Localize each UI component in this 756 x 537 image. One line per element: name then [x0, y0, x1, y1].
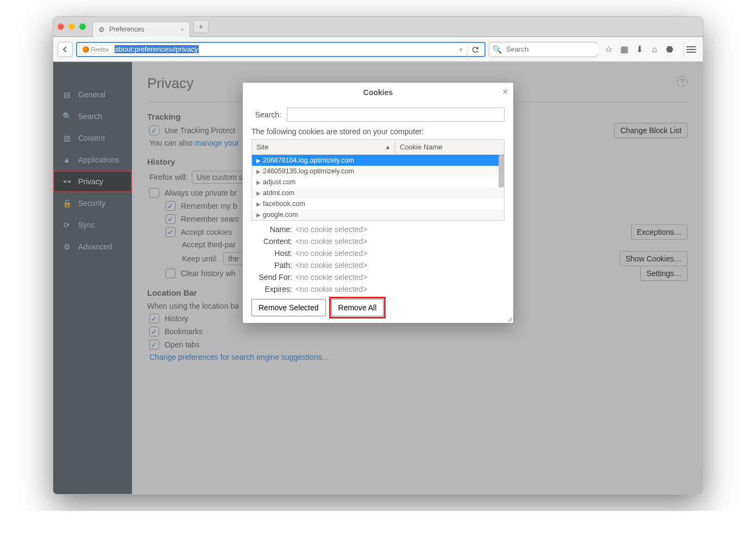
- url-bar[interactable]: Firefox about:preferences#privacy ▾: [76, 42, 486, 57]
- home-icon[interactable]: ⌂: [650, 45, 659, 54]
- site-domain: facebook.com: [263, 200, 305, 208]
- zoom-window[interactable]: [79, 23, 86, 30]
- stored-text: The following cookies are stored on your…: [251, 127, 505, 136]
- toolbar: Firefox about:preferences#privacy ▾ 🔍 ☆ …: [53, 37, 703, 62]
- detail-content-val: <no cookie selected>: [295, 237, 367, 246]
- resize-grip[interactable]: [506, 315, 512, 322]
- identity-label: Firefox: [91, 46, 109, 53]
- close-window[interactable]: [58, 23, 64, 30]
- detail-content-key: Content:: [251, 237, 292, 246]
- cookie-table-head: Site▲ Cookie Name: [252, 140, 504, 155]
- url-dropdown-icon[interactable]: ▾: [457, 45, 465, 54]
- new-tab-button[interactable]: +: [193, 20, 209, 33]
- col-site-header[interactable]: Site▲: [252, 140, 395, 154]
- window-controls: [58, 23, 86, 30]
- detail-expires-key: Expires:: [251, 285, 292, 294]
- titlebar: ⚙ Preferences × +: [53, 17, 703, 37]
- browser-window: ⚙ Preferences × + Firefox about:preferen…: [53, 16, 703, 495]
- back-button[interactable]: [58, 42, 73, 57]
- detail-host-key: Host:: [251, 249, 292, 258]
- site-domain: atdmt.com: [263, 189, 294, 197]
- reload-button[interactable]: [467, 42, 482, 57]
- close-tab-icon[interactable]: ×: [181, 26, 184, 33]
- cookie-table-body[interactable]: ▶206878104.log.optimizely.com▶246059135.…: [252, 155, 504, 220]
- detail-name-key: Name:: [251, 225, 292, 234]
- site-domain: 246059135.log.optimizely.com: [263, 167, 354, 175]
- cookie-search-input[interactable]: [287, 108, 505, 122]
- expand-icon: ▶: [256, 158, 263, 164]
- detail-sendfor-key: Send For:: [251, 273, 292, 282]
- detail-name-val: <no cookie selected>: [295, 225, 367, 234]
- detail-expires-val: <no cookie selected>: [295, 285, 367, 294]
- url-text: about:preferences#privacy: [115, 45, 199, 53]
- detail-sendfor-val: <no cookie selected>: [295, 273, 367, 282]
- remove-selected-button[interactable]: Remove Selected: [251, 299, 326, 316]
- expand-icon: ▶: [256, 190, 263, 196]
- search-input[interactable]: [505, 45, 598, 54]
- cookie-site-row[interactable]: ▶atdmt.com: [252, 188, 504, 198]
- expand-icon: ▶: [256, 212, 263, 218]
- site-domain: 206878104.log.optimizely.com: [263, 157, 354, 164]
- search-label: Search:: [251, 110, 281, 119]
- dialog-title: Cookies ×: [243, 83, 513, 102]
- cookie-site-row[interactable]: ▶google.com: [252, 209, 504, 220]
- site-domain: adjust.com: [263, 178, 295, 186]
- tab-title: Preferences: [109, 26, 144, 33]
- cookie-site-row[interactable]: ▶facebook.com: [252, 198, 504, 209]
- pocket-icon[interactable]: ⬣: [665, 44, 675, 54]
- cookie-table: Site▲ Cookie Name ▶206878104.log.optimiz…: [251, 139, 505, 221]
- minimize-window[interactable]: [68, 23, 75, 30]
- download-icon[interactable]: ⬇: [634, 44, 644, 54]
- clipboard-icon[interactable]: ▦: [619, 44, 629, 54]
- cookie-site-row[interactable]: ▶206878104.log.optimizely.com: [252, 155, 504, 166]
- cookie-site-row[interactable]: ▶246059135.log.optimizely.com: [252, 166, 504, 177]
- gear-icon: ⚙: [98, 26, 105, 34]
- cookies-dialog: Cookies × Search: The following cookies …: [242, 82, 514, 323]
- cookie-site-row[interactable]: ▶adjust.com: [252, 177, 504, 188]
- expand-icon: ▶: [256, 168, 263, 174]
- site-identity[interactable]: Firefox: [79, 45, 112, 54]
- urlbar-wrap: Firefox about:preferences#privacy ▾: [76, 42, 486, 57]
- expand-icon: ▶: [256, 179, 263, 185]
- detail-path-val: <no cookie selected>: [295, 261, 367, 270]
- tab-preferences[interactable]: ⚙ Preferences ×: [92, 22, 190, 37]
- col-name-header[interactable]: Cookie Name: [395, 140, 504, 154]
- remove-all-button[interactable]: Remove All: [331, 299, 384, 316]
- dialog-close-icon[interactable]: ×: [503, 87, 508, 97]
- cookie-details: Name:<no cookie selected> Content:<no co…: [251, 225, 505, 294]
- scrollbar-thumb[interactable]: [499, 155, 504, 188]
- search-bar[interactable]: 🔍: [489, 42, 597, 57]
- detail-host-val: <no cookie selected>: [295, 249, 367, 258]
- firefox-icon: [83, 46, 89, 53]
- expand-icon: ▶: [256, 201, 263, 207]
- toolbar-icons: ☆ ▦ ⬇ ⌂ ⬣: [601, 44, 678, 54]
- detail-path-key: Path:: [251, 261, 292, 270]
- sort-asc-icon: ▲: [385, 144, 390, 150]
- menu-button[interactable]: [683, 42, 698, 57]
- site-domain: google.com: [263, 211, 298, 218]
- star-icon[interactable]: ☆: [604, 44, 614, 54]
- search-icon: 🔍: [493, 45, 502, 54]
